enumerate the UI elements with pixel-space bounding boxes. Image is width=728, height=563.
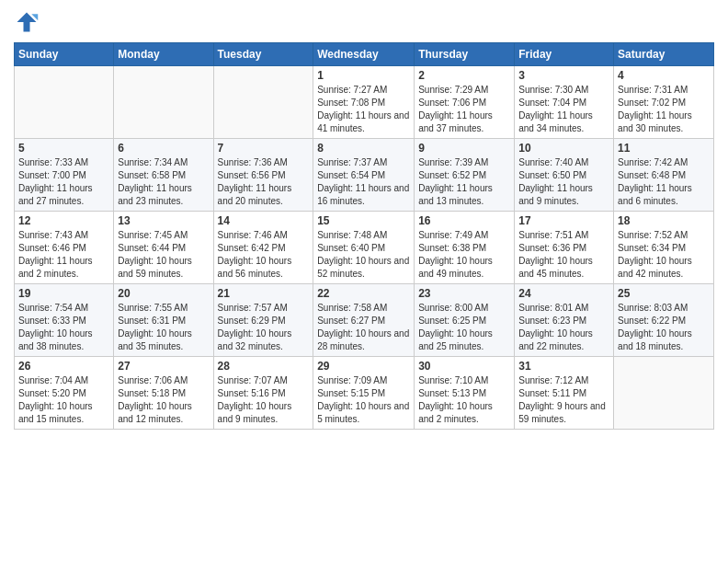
weekday-header-saturday: Saturday <box>614 43 714 66</box>
day-number: 28 <box>218 360 310 373</box>
day-info: Sunrise: 7:06 AM Sunset: 5:18 PM Dayligh… <box>118 374 209 426</box>
day-number: 11 <box>618 142 710 155</box>
page-header <box>14 9 714 35</box>
day-info: Sunrise: 7:52 AM Sunset: 6:34 PM Dayligh… <box>618 229 710 281</box>
day-info: Sunrise: 7:45 AM Sunset: 6:44 PM Dayligh… <box>118 229 209 281</box>
day-info: Sunrise: 7:07 AM Sunset: 5:16 PM Dayligh… <box>218 374 310 426</box>
calendar-cell: 14Sunrise: 7:46 AM Sunset: 6:42 PM Dayli… <box>213 212 313 284</box>
day-info: Sunrise: 7:39 AM Sunset: 6:52 PM Dayligh… <box>418 156 510 208</box>
day-info: Sunrise: 7:46 AM Sunset: 6:42 PM Dayligh… <box>218 229 310 281</box>
day-info: Sunrise: 7:30 AM Sunset: 7:04 PM Dayligh… <box>518 84 609 135</box>
calendar-cell: 29Sunrise: 7:09 AM Sunset: 5:15 PM Dayli… <box>313 357 415 430</box>
calendar-header: SundayMondayTuesdayWednesdayThursdayFrid… <box>15 43 714 66</box>
weekday-header-thursday: Thursday <box>415 43 515 66</box>
day-info: Sunrise: 7:51 AM Sunset: 6:36 PM Dayligh… <box>518 229 609 281</box>
calendar-table: SundayMondayTuesdayWednesdayThursdayFrid… <box>14 42 714 430</box>
weekday-header-friday: Friday <box>515 43 614 66</box>
weekday-header-sunday: Sunday <box>15 43 114 66</box>
calendar-cell: 12Sunrise: 7:43 AM Sunset: 6:46 PM Dayli… <box>15 212 114 284</box>
day-number: 16 <box>418 214 510 227</box>
calendar-week-row: 1Sunrise: 7:27 AM Sunset: 7:08 PM Daylig… <box>15 66 714 139</box>
calendar-cell: 24Sunrise: 8:01 AM Sunset: 6:23 PM Dayli… <box>515 284 614 357</box>
calendar-cell <box>614 357 714 430</box>
day-number: 15 <box>317 214 410 227</box>
day-info: Sunrise: 7:49 AM Sunset: 6:38 PM Dayligh… <box>418 229 510 281</box>
day-info: Sunrise: 7:55 AM Sunset: 6:31 PM Dayligh… <box>118 302 209 353</box>
calendar-week-row: 19Sunrise: 7:54 AM Sunset: 6:33 PM Dayli… <box>15 284 714 357</box>
calendar-cell: 28Sunrise: 7:07 AM Sunset: 5:16 PM Dayli… <box>213 357 313 430</box>
calendar-cell: 9Sunrise: 7:39 AM Sunset: 6:52 PM Daylig… <box>415 139 515 212</box>
day-info: Sunrise: 7:36 AM Sunset: 6:56 PM Dayligh… <box>218 156 310 208</box>
calendar-cell: 8Sunrise: 7:37 AM Sunset: 6:54 PM Daylig… <box>313 139 415 212</box>
calendar-week-row: 5Sunrise: 7:33 AM Sunset: 7:00 PM Daylig… <box>15 139 714 212</box>
day-info: Sunrise: 7:40 AM Sunset: 6:50 PM Dayligh… <box>518 156 609 208</box>
day-info: Sunrise: 7:48 AM Sunset: 6:40 PM Dayligh… <box>317 229 410 281</box>
day-number: 18 <box>618 214 710 227</box>
day-info: Sunrise: 7:58 AM Sunset: 6:27 PM Dayligh… <box>317 302 410 353</box>
calendar-cell: 17Sunrise: 7:51 AM Sunset: 6:36 PM Dayli… <box>515 212 614 284</box>
day-number: 27 <box>118 360 209 373</box>
day-info: Sunrise: 7:29 AM Sunset: 7:06 PM Dayligh… <box>418 84 510 135</box>
day-number: 30 <box>418 360 510 373</box>
weekday-header-wednesday: Wednesday <box>313 43 415 66</box>
calendar-cell: 1Sunrise: 7:27 AM Sunset: 7:08 PM Daylig… <box>313 66 415 139</box>
calendar-cell: 4Sunrise: 7:31 AM Sunset: 7:02 PM Daylig… <box>614 66 714 139</box>
logo-icon <box>14 9 40 35</box>
day-number: 20 <box>118 287 209 300</box>
calendar-cell: 2Sunrise: 7:29 AM Sunset: 7:06 PM Daylig… <box>415 66 515 139</box>
logo <box>14 9 43 35</box>
day-info: Sunrise: 8:01 AM Sunset: 6:23 PM Dayligh… <box>518 302 609 353</box>
day-number: 19 <box>18 287 109 300</box>
day-number: 4 <box>618 69 710 82</box>
day-number: 9 <box>418 142 510 155</box>
day-number: 21 <box>218 287 310 300</box>
day-number: 31 <box>518 360 609 373</box>
day-info: Sunrise: 7:54 AM Sunset: 6:33 PM Dayligh… <box>18 302 109 353</box>
calendar-cell: 6Sunrise: 7:34 AM Sunset: 6:58 PM Daylig… <box>114 139 213 212</box>
calendar-cell: 16Sunrise: 7:49 AM Sunset: 6:38 PM Dayli… <box>415 212 515 284</box>
day-number: 2 <box>418 69 510 82</box>
weekday-header-monday: Monday <box>114 43 213 66</box>
calendar-cell: 19Sunrise: 7:54 AM Sunset: 6:33 PM Dayli… <box>15 284 114 357</box>
calendar-cell: 30Sunrise: 7:10 AM Sunset: 5:13 PM Dayli… <box>415 357 515 430</box>
calendar-cell: 20Sunrise: 7:55 AM Sunset: 6:31 PM Dayli… <box>114 284 213 357</box>
day-number: 29 <box>317 360 410 373</box>
calendar-week-row: 12Sunrise: 7:43 AM Sunset: 6:46 PM Dayli… <box>15 212 714 284</box>
day-number: 13 <box>118 214 209 227</box>
day-info: Sunrise: 8:00 AM Sunset: 6:25 PM Dayligh… <box>418 302 510 353</box>
day-number: 7 <box>218 142 310 155</box>
calendar-page: SundayMondayTuesdayWednesdayThursdayFrid… <box>0 0 728 443</box>
day-number: 24 <box>518 287 609 300</box>
calendar-cell: 23Sunrise: 8:00 AM Sunset: 6:25 PM Dayli… <box>415 284 515 357</box>
day-info: Sunrise: 7:33 AM Sunset: 7:00 PM Dayligh… <box>18 156 109 208</box>
calendar-cell: 21Sunrise: 7:57 AM Sunset: 6:29 PM Dayli… <box>213 284 313 357</box>
calendar-cell: 3Sunrise: 7:30 AM Sunset: 7:04 PM Daylig… <box>515 66 614 139</box>
weekday-row: SundayMondayTuesdayWednesdayThursdayFrid… <box>15 43 714 66</box>
calendar-cell: 10Sunrise: 7:40 AM Sunset: 6:50 PM Dayli… <box>515 139 614 212</box>
day-info: Sunrise: 7:37 AM Sunset: 6:54 PM Dayligh… <box>317 156 410 208</box>
day-number: 10 <box>518 142 609 155</box>
calendar-cell: 5Sunrise: 7:33 AM Sunset: 7:00 PM Daylig… <box>15 139 114 212</box>
day-info: Sunrise: 7:43 AM Sunset: 6:46 PM Dayligh… <box>18 229 109 281</box>
calendar-week-row: 26Sunrise: 7:04 AM Sunset: 5:20 PM Dayli… <box>15 357 714 430</box>
weekday-header-tuesday: Tuesday <box>213 43 313 66</box>
day-number: 3 <box>518 69 609 82</box>
day-number: 12 <box>18 214 109 227</box>
day-info: Sunrise: 7:57 AM Sunset: 6:29 PM Dayligh… <box>218 302 310 353</box>
day-number: 26 <box>18 360 109 373</box>
calendar-cell: 15Sunrise: 7:48 AM Sunset: 6:40 PM Dayli… <box>313 212 415 284</box>
calendar-cell: 7Sunrise: 7:36 AM Sunset: 6:56 PM Daylig… <box>213 139 313 212</box>
calendar-cell: 13Sunrise: 7:45 AM Sunset: 6:44 PM Dayli… <box>114 212 213 284</box>
calendar-cell: 26Sunrise: 7:04 AM Sunset: 5:20 PM Dayli… <box>15 357 114 430</box>
day-number: 25 <box>618 287 710 300</box>
day-info: Sunrise: 7:10 AM Sunset: 5:13 PM Dayligh… <box>418 374 510 426</box>
day-info: Sunrise: 7:12 AM Sunset: 5:11 PM Dayligh… <box>518 374 609 426</box>
day-info: Sunrise: 7:42 AM Sunset: 6:48 PM Dayligh… <box>618 156 710 208</box>
day-number: 17 <box>518 214 609 227</box>
calendar-cell: 27Sunrise: 7:06 AM Sunset: 5:18 PM Dayli… <box>114 357 213 430</box>
calendar-body: 1Sunrise: 7:27 AM Sunset: 7:08 PM Daylig… <box>15 66 714 430</box>
calendar-cell: 25Sunrise: 8:03 AM Sunset: 6:22 PM Dayli… <box>614 284 714 357</box>
calendar-cell: 18Sunrise: 7:52 AM Sunset: 6:34 PM Dayli… <box>614 212 714 284</box>
day-number: 14 <box>218 214 310 227</box>
calendar-cell: 11Sunrise: 7:42 AM Sunset: 6:48 PM Dayli… <box>614 139 714 212</box>
